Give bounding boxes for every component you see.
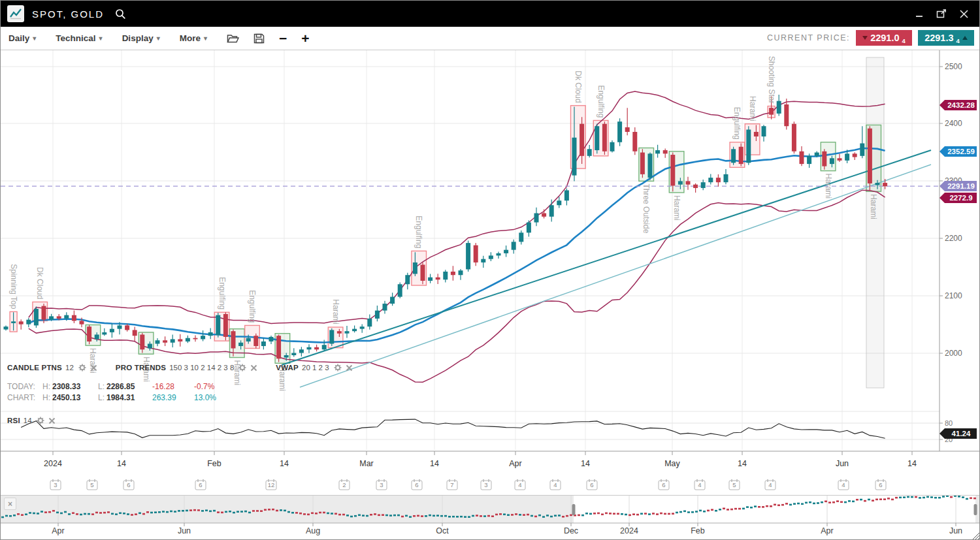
svg-text:Apr: Apr — [509, 459, 521, 468]
indicator-name: VWAP — [276, 364, 299, 372]
settings-gear-icon[interactable] — [238, 364, 246, 372]
today-low: 2286.85 — [106, 382, 146, 391]
calendar-event-badge[interactable]: 4 — [765, 479, 776, 490]
svg-text:14: 14 — [280, 459, 289, 468]
calendar-event-badge[interactable]: 4 — [694, 479, 705, 490]
svg-text:4: 4 — [518, 481, 521, 488]
remove-indicator-icon[interactable] — [250, 364, 257, 372]
svg-text:80: 80 — [945, 419, 953, 427]
latest-bar-highlight-band — [866, 57, 884, 388]
svg-text:5: 5 — [90, 481, 93, 488]
calendar-event-badge[interactable]: 3 — [481, 479, 491, 490]
navigator-close-icon[interactable]: × — [4, 498, 16, 510]
today-high: 2308.33 — [52, 382, 91, 391]
calendar-events: 35661223673446645446 — [50, 479, 886, 490]
chart-label: CHART: — [7, 393, 42, 402]
indicator-params: 14 — [24, 417, 32, 424]
svg-text:6: 6 — [590, 481, 593, 488]
calendar-event-badge[interactable]: 4 — [550, 479, 561, 490]
svg-text:Mar: Mar — [359, 459, 374, 468]
indicator-name: RSI — [7, 417, 20, 424]
svg-text:2100: 2100 — [945, 291, 962, 300]
svg-text:2500: 2500 — [945, 62, 962, 71]
calendar-event-badge[interactable]: 4 — [515, 479, 525, 490]
calendar-event-badge[interactable]: 4 — [838, 479, 849, 490]
svg-text:7: 7 — [450, 481, 453, 488]
trend-line[interactable] — [282, 150, 931, 365]
svg-text:Jun: Jun — [178, 526, 191, 535]
svg-text:2400: 2400 — [945, 119, 962, 128]
navigator[interactable] — [1, 495, 980, 526]
remove-indicator-icon[interactable] — [48, 417, 56, 424]
calendar-event-badge[interactable]: 6 — [195, 479, 206, 490]
high-label: H: — [42, 382, 50, 391]
svg-text:6: 6 — [879, 481, 882, 488]
svg-text:14: 14 — [738, 459, 747, 468]
svg-text:Feb: Feb — [691, 526, 705, 535]
svg-text:3: 3 — [484, 481, 487, 488]
remove-indicator-icon[interactable] — [346, 364, 353, 372]
svg-text:2291.19: 2291.19 — [947, 182, 975, 190]
resize-grip-icon[interactable] — [972, 533, 979, 540]
svg-text:Three Outside: Three Outside — [642, 183, 651, 233]
svg-text:Harami: Harami — [748, 96, 757, 121]
svg-text:6: 6 — [199, 481, 202, 488]
calendar-event-badge[interactable]: 7 — [447, 479, 457, 490]
svg-text:2024: 2024 — [620, 526, 638, 535]
svg-text:5: 5 — [732, 481, 736, 488]
navigator-handle[interactable] — [572, 504, 576, 515]
calendar-event-badge[interactable]: 12 — [266, 479, 276, 490]
svg-text:Harami: Harami — [869, 194, 878, 219]
today-stats-row: TODAY: H: 2308.33 L: 2286.85 -16.28 -0.7… — [7, 382, 228, 391]
indicator-header-row: CANDLE PTNS 12 PRO TRENDS 150 3 10 2 14 … — [7, 364, 371, 372]
settings-gear-icon[interactable] — [334, 364, 342, 372]
settings-gear-icon[interactable] — [37, 417, 44, 424]
calendar-event-badge[interactable]: 6 — [875, 479, 886, 490]
chart-canvas[interactable]: Spinning TopDk CloudHaramiHaramiEngulfin… — [1, 1, 980, 540]
candlestick-series — [4, 95, 888, 362]
svg-text:2000: 2000 — [945, 349, 962, 358]
calendar-event-badge[interactable]: 5 — [729, 479, 740, 490]
calendar-event-badge[interactable]: 3 — [376, 479, 387, 490]
indicator-params: 12 — [65, 364, 74, 372]
chart-change: 263.39 — [152, 393, 194, 402]
calendar-event-badge[interactable]: 5 — [87, 479, 97, 490]
chart-low: 1984.31 — [106, 393, 146, 402]
navigator-selected-range[interactable] — [574, 496, 975, 523]
calendar-event-badge[interactable]: 6 — [659, 479, 669, 490]
navigator-handle[interactable] — [974, 504, 977, 515]
chart-stats-row: CHART: H: 2450.13 L: 1984.31 263.39 13.0… — [7, 393, 228, 402]
svg-text:Engulfing: Engulfing — [596, 85, 606, 118]
indicator-rsi: RSI 14 — [7, 417, 59, 424]
svg-text:Dk Cloud: Dk Cloud — [35, 267, 44, 299]
chart-high: 2450.13 — [52, 393, 91, 402]
svg-text:14: 14 — [117, 459, 126, 468]
calendar-event-badge[interactable]: 6 — [123, 479, 134, 490]
remove-indicator-icon[interactable] — [90, 364, 97, 372]
svg-text:41.24: 41.24 — [952, 430, 971, 437]
calendar-event-badge[interactable]: 6 — [587, 479, 597, 490]
rsi-line — [21, 419, 885, 438]
svg-text:Harami: Harami — [331, 299, 340, 325]
svg-text:Engulfing: Engulfing — [248, 290, 257, 323]
svg-text:2432.28: 2432.28 — [947, 101, 975, 109]
svg-text:Harami: Harami — [672, 195, 681, 221]
trend-line[interactable] — [300, 165, 931, 387]
svg-text:Harami: Harami — [824, 174, 833, 199]
svg-text:14: 14 — [430, 459, 439, 468]
indicator-pro-trends: PRO TRENDS 150 3 10 2 14 2 3 8 — [116, 364, 262, 372]
calendar-event-badge[interactable]: 3 — [50, 479, 61, 490]
svg-text:6: 6 — [415, 481, 418, 488]
svg-text:6: 6 — [127, 481, 130, 488]
svg-text:3: 3 — [54, 481, 57, 488]
calendar-event-badge[interactable]: 2 — [339, 479, 350, 490]
indicator-vwap: VWAP 20 1 2 3 — [276, 364, 356, 372]
svg-text:4: 4 — [841, 481, 845, 488]
svg-text:Jun: Jun — [836, 459, 849, 468]
calendar-event-badge[interactable]: 6 — [412, 479, 422, 490]
svg-text:Spinning Top: Spinning Top — [9, 264, 18, 309]
svg-text:Apr: Apr — [52, 526, 64, 535]
svg-text:2: 2 — [342, 481, 346, 488]
price-tags: 2432.282352.592291.192272.941.24 — [939, 100, 977, 439]
settings-gear-icon[interactable] — [78, 364, 86, 372]
